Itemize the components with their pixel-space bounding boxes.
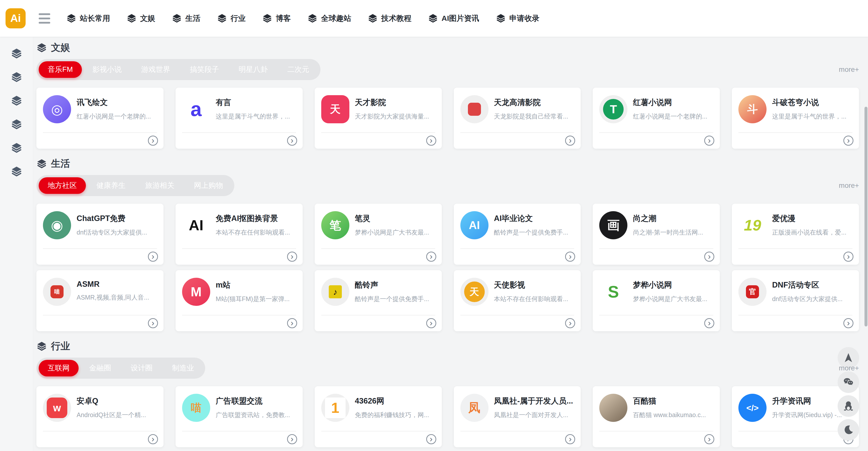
- qq-contact-button[interactable]: [838, 395, 859, 417]
- nav-item-6[interactable]: 技术教程: [368, 13, 411, 24]
- site-card[interactable]: 斗斗破苍穹小说这里是属于斗气的世界，...›: [732, 88, 859, 149]
- layers-icon: [428, 13, 438, 23]
- nav-item-5[interactable]: 全球趣站: [307, 13, 351, 24]
- card-arrow-button[interactable]: ›: [843, 318, 854, 328]
- sidebar-layers-icon-5[interactable]: [11, 166, 22, 177]
- site-card[interactable]: 笔笔灵梦桦小说网是广大书友最...›: [315, 204, 442, 265]
- site-card[interactable]: ◎讯飞绘文红薯小说网是一个老牌的...›: [36, 88, 163, 149]
- site-card[interactable]: ◉ChatGPT免费dnf活动专区为大家提供...›: [36, 204, 163, 265]
- card-arrow-button[interactable]: ›: [287, 252, 297, 262]
- site-card[interactable]: w安卓QAndroidQ社区是一个精...›: [36, 386, 163, 447]
- nav-item-8[interactable]: 申请收录: [496, 13, 539, 24]
- site-card[interactable]: 天天才影院天才影院为大家提供海量...›: [315, 88, 442, 149]
- site-card[interactable]: 官DNF活动专区dnf活动专区为大家提供...›: [732, 270, 859, 331]
- layers-icon: [127, 13, 136, 23]
- site-card[interactable]: a有言这里是属于斗气的世界，...›: [176, 88, 303, 149]
- tab-1-1[interactable]: 健康养生: [87, 177, 135, 194]
- tab-0-4[interactable]: 明星八卦: [229, 61, 277, 78]
- site-card[interactable]: 凤凤凰社-属于开发人员...凤凰社是一个面对开发人...›: [454, 386, 581, 447]
- card-arrow-button[interactable]: ›: [565, 252, 575, 262]
- top-navbar: Ai 站长常用 文娱 生活 行业 博客 全球趣站 技术教程: [0, 0, 868, 37]
- wechat-button[interactable]: [838, 372, 859, 393]
- dark-mode-toggle[interactable]: [838, 419, 859, 441]
- tab-0-1[interactable]: 影视小说: [83, 61, 131, 78]
- card-arrow-button[interactable]: ›: [565, 434, 575, 444]
- more-link[interactable]: more+: [839, 364, 859, 372]
- nav-item-2[interactable]: 生活: [172, 13, 200, 24]
- card-arrow-button[interactable]: ›: [565, 318, 575, 328]
- tab-0-2[interactable]: 游戏世界: [132, 61, 179, 78]
- more-link[interactable]: more+: [839, 182, 859, 190]
- card-title: ChatGPT免费: [76, 213, 157, 224]
- card-arrow-button[interactable]: ›: [426, 318, 436, 328]
- site-card[interactable]: 天龙高清影院天龙影院是我自己经常看...›: [454, 88, 581, 149]
- icon-glyph: ♪: [329, 285, 342, 298]
- site-card[interactable]: 19爱优漫正版漫画小说在线看，爱...›: [732, 204, 859, 265]
- card-arrow-button[interactable]: ›: [426, 434, 436, 444]
- site-card[interactable]: AI免费AI抠图换背景本站不存在任何影响观看...›: [176, 204, 303, 265]
- qq-icon: [843, 400, 854, 412]
- card-arrow-button[interactable]: ›: [704, 434, 714, 444]
- chevron-right-icon: ›: [569, 434, 571, 443]
- site-card[interactable]: T红薯小说网红薯小说网是一个老牌的...›: [593, 88, 720, 149]
- sidebar-layers-icon-4[interactable]: [11, 142, 22, 154]
- site-card[interactable]: 画尚之潮尚之潮-第一时尚生活网...›: [593, 204, 720, 265]
- sidebar-layers-icon-2[interactable]: [11, 95, 22, 106]
- card-arrow-button[interactable]: ›: [287, 136, 297, 146]
- tab-2-2[interactable]: 设计圈: [122, 360, 161, 377]
- card-arrow-button[interactable]: ›: [287, 434, 297, 444]
- scrollbar-thumb[interactable]: [865, 107, 868, 326]
- card-arrow-button[interactable]: ›: [704, 136, 714, 146]
- card-arrow-button[interactable]: ›: [565, 136, 575, 146]
- card-arrow-button[interactable]: ›: [704, 252, 714, 262]
- tab-0-0[interactable]: 音乐FM: [39, 61, 82, 78]
- card-arrow-button[interactable]: ›: [287, 318, 297, 328]
- nav-item-7[interactable]: AI图片资讯: [428, 13, 479, 24]
- sidebar-layers-icon-1[interactable]: [11, 71, 22, 83]
- site-card[interactable]: 喵ASMRASMR,视频,音频,同人音...›: [36, 270, 163, 331]
- nav-item-1[interactable]: 文娱: [127, 13, 155, 24]
- site-card[interactable]: 143626网免费的福利赚钱技巧，网...›: [315, 386, 442, 447]
- sidebar-layers-icon-0[interactable]: [11, 48, 22, 59]
- site-card[interactable]: AIAI毕业论文酷铃声是一个提供免费手...›: [454, 204, 581, 265]
- icon-glyph: M: [182, 278, 210, 306]
- site-card[interactable]: 天天使影视本站不存在任何影响观看...›: [454, 270, 581, 331]
- card-arrow-button[interactable]: ›: [148, 252, 158, 262]
- layers-icon: [36, 42, 47, 53]
- site-card[interactable]: </>升学资讯网升学资讯网(5iedu.vip) -...›: [732, 386, 859, 447]
- tab-1-3[interactable]: 网上购物: [185, 177, 232, 194]
- site-card[interactable]: 喵广告联盟交流广告联盟资讯站，免费教...›: [176, 386, 303, 447]
- nav-item-3[interactable]: 行业: [217, 13, 246, 24]
- site-card[interactable]: 百酷猫百酷猫 www.baikumao.c...›: [593, 386, 720, 447]
- more-link[interactable]: more+: [839, 66, 859, 73]
- card-arrow-button[interactable]: ›: [704, 318, 714, 328]
- card-arrow-button[interactable]: ›: [426, 252, 436, 262]
- card-description: 天才影院为大家提供海量...: [355, 112, 435, 121]
- tab-2-0[interactable]: 互联网: [39, 360, 79, 377]
- tab-2-3[interactable]: 制造业: [163, 360, 203, 377]
- card-arrow-button[interactable]: ›: [843, 252, 854, 262]
- card-title: m站: [216, 280, 296, 290]
- card-title: 讯飞绘文: [76, 97, 157, 108]
- sidebar-layers-icon-3[interactable]: [11, 119, 22, 130]
- card-arrow-button[interactable]: ›: [148, 318, 158, 328]
- card-body: 天天才影院天才影院为大家提供海量...: [321, 95, 435, 123]
- tab-0-5[interactable]: 二次元: [278, 61, 318, 78]
- youyan-logo: a: [182, 95, 210, 123]
- tab-1-2[interactable]: 旅游相关: [136, 177, 183, 194]
- site-card[interactable]: S梦桦小说网梦桦小说网是广大书友最...›: [593, 270, 720, 331]
- card-arrow-button[interactable]: ›: [148, 434, 158, 444]
- nav-item-0[interactable]: 站长常用: [66, 13, 110, 24]
- card-arrow-button[interactable]: ›: [426, 136, 436, 146]
- site-card[interactable]: ♪酷铃声酷铃声是一个提供免费手...›: [315, 270, 442, 331]
- card-arrow-button[interactable]: ›: [843, 136, 854, 146]
- menu-toggle-button[interactable]: [39, 13, 50, 24]
- nav-item-4[interactable]: 博客: [262, 13, 291, 24]
- card-description: 天龙影院是我自己经常看...: [494, 112, 575, 121]
- tab-0-3[interactable]: 搞笑段子: [181, 61, 228, 78]
- tab-1-0[interactable]: 地方社区: [39, 177, 86, 194]
- site-logo[interactable]: Ai: [5, 8, 26, 28]
- card-arrow-button[interactable]: ›: [148, 136, 158, 146]
- site-card[interactable]: Mm站M站(猫耳FM)是第一家弹...›: [176, 270, 303, 331]
- tab-2-1[interactable]: 金融圈: [80, 360, 120, 377]
